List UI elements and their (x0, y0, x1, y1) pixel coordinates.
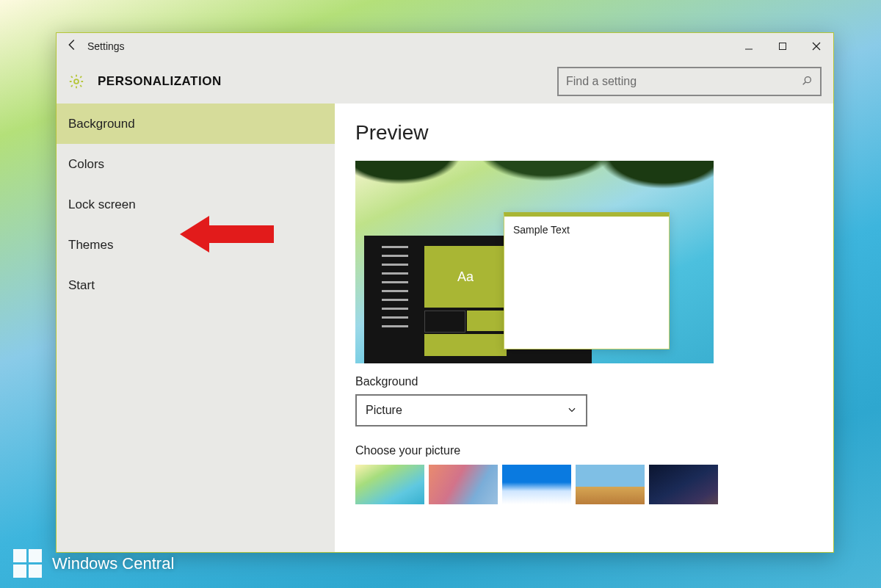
choose-picture-label: Choose your picture (355, 444, 813, 457)
preview-accent-tile: Aa (424, 246, 507, 308)
search-icon (801, 75, 813, 89)
svg-point-4 (74, 79, 79, 84)
window-title: Settings (87, 40, 125, 52)
settings-window: Settings PERSONALIZATION Find a setting (56, 32, 834, 553)
background-select[interactable]: Picture (355, 394, 587, 427)
sidebar-item-label: Background (68, 117, 135, 131)
desktop-preview: Aa Sample Text (355, 161, 714, 363)
windows-logo-icon (13, 549, 42, 578)
watermark-text: Windows Central (52, 554, 174, 573)
svg-line-6 (803, 81, 806, 84)
sidebar: Background Colors Lock screen Themes Sta… (57, 104, 335, 552)
page-header-bar: PERSONALIZATION Find a setting (57, 59, 833, 104)
sidebar-item-label: Lock screen (68, 197, 136, 212)
picture-thumb[interactable] (649, 465, 718, 504)
close-button[interactable] (800, 33, 833, 59)
preview-sample-window: Sample Text (504, 212, 670, 349)
page-title: PERSONALIZATION (98, 74, 222, 89)
background-select-value: Picture (366, 404, 402, 417)
back-button[interactable] (57, 37, 87, 57)
sidebar-item-label: Themes (68, 238, 113, 253)
picture-thumbnails (355, 465, 813, 504)
titlebar: Settings (57, 33, 833, 59)
gear-icon (68, 73, 84, 90)
preview-heading: Preview (355, 121, 813, 145)
maximize-button[interactable] (766, 33, 800, 59)
chevron-down-icon (567, 404, 577, 417)
sidebar-item-start[interactable]: Start (57, 265, 335, 305)
picture-thumb[interactable] (576, 465, 645, 504)
search-placeholder: Find a setting (566, 75, 801, 88)
search-input[interactable]: Find a setting (557, 67, 822, 96)
sidebar-item-background[interactable]: Background (57, 104, 335, 144)
background-field-label: Background (355, 375, 813, 388)
preview-sample-text: Sample Text (513, 224, 570, 236)
sidebar-item-label: Start (68, 278, 95, 293)
picture-thumb[interactable] (355, 465, 424, 504)
sidebar-item-themes[interactable]: Themes (57, 225, 335, 265)
svg-point-5 (805, 76, 811, 82)
sidebar-item-label: Colors (68, 157, 104, 172)
sidebar-item-colors[interactable]: Colors (57, 144, 335, 184)
content-pane: Preview Aa Sample Text Background Pictur… (335, 104, 833, 552)
watermark: Windows Central (13, 549, 174, 578)
sidebar-item-lock-screen[interactable]: Lock screen (57, 184, 335, 225)
minimize-button[interactable] (732, 33, 766, 59)
picture-thumb[interactable] (429, 465, 498, 504)
svg-rect-1 (780, 43, 786, 50)
picture-thumb[interactable] (502, 465, 571, 504)
